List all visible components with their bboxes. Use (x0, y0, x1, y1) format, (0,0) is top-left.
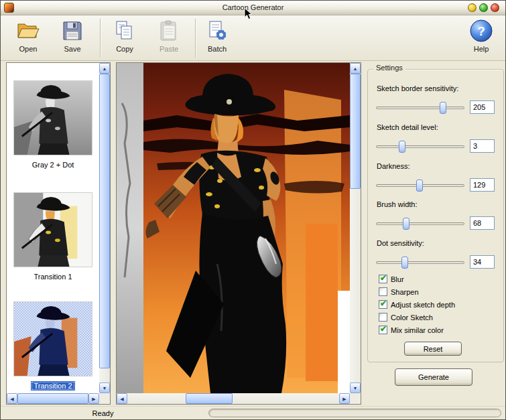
minimize-button[interactable] (468, 3, 477, 12)
dot-sensitivity-value[interactable]: 34 (470, 255, 495, 269)
checkbox-box[interactable] (379, 300, 387, 309)
brush-width-slider[interactable] (376, 218, 464, 230)
paste-button-label: Paste (160, 45, 178, 53)
batch-gear-icon (204, 18, 230, 44)
thumbnail-label[interactable]: Transition 2 (31, 381, 74, 391)
slider-track[interactable] (376, 261, 464, 264)
slider-thumb[interactable] (403, 218, 409, 230)
progress-bar (208, 409, 501, 417)
brush-width-label: Brush width: (377, 200, 418, 208)
gray-2-dot-preview[interactable] (13, 80, 92, 155)
paste-clipboard-icon (156, 18, 182, 44)
scrollbar-thumb[interactable] (350, 74, 361, 189)
batch-button-label: Batch (208, 45, 227, 53)
checkbox-label: Blur (391, 275, 404, 283)
scrollbar-thumb[interactable] (17, 393, 88, 404)
paste-button[interactable]: Paste (149, 18, 188, 58)
checkbox-box[interactable] (379, 275, 387, 283)
image-canvas (116, 62, 361, 405)
open-folder-icon (15, 18, 41, 44)
thumbnail-list-horizontal-scrollbar[interactable] (7, 393, 99, 404)
scroll-down-button[interactable] (99, 382, 110, 393)
thumbnail-list-vertical-scrollbar[interactable] (99, 63, 110, 393)
dot-sensitivity-slider[interactable] (376, 257, 464, 269)
slider-track[interactable] (376, 145, 464, 148)
toolbar-separator (100, 19, 101, 58)
scroll-left-button[interactable] (7, 393, 17, 404)
slider-track[interactable] (376, 222, 464, 225)
thumbnail-item-gray-2-dot[interactable]: Gray 2 + Dot (7, 80, 99, 169)
scroll-left-button[interactable] (117, 393, 127, 404)
adjust-sketch-depth-checkbox[interactable]: Adjust sketch depth (379, 299, 455, 309)
thumbnail-label[interactable]: Gray 2 + Dot (29, 160, 77, 169)
checkbox-box[interactable] (379, 287, 387, 296)
thumbnail-item-transition-1[interactable]: Transition 1 (7, 192, 99, 281)
slider-thumb[interactable] (440, 102, 446, 114)
checkbox-label: Adjust sketch depth (391, 301, 455, 309)
help-button[interactable]: ? Help (462, 18, 501, 58)
thumbnail-item-transition-2[interactable]: Transition 2 (7, 301, 99, 391)
canvas-vertical-scrollbar[interactable] (350, 63, 361, 393)
canvas-horizontal-scrollbar[interactable] (117, 393, 350, 404)
scroll-right-button[interactable] (339, 393, 350, 404)
sharpen-checkbox[interactable]: Sharpen (379, 287, 419, 297)
darkness-slider[interactable] (376, 180, 464, 192)
scroll-up-button[interactable] (99, 63, 110, 74)
titlebar[interactable]: Cartoon Generator (1, 1, 505, 15)
dot-sensitivity-label: Dot sensitivity: (377, 239, 424, 247)
app-window: Cartoon Generator Open (0, 0, 506, 420)
copy-pages-icon (112, 18, 137, 44)
darkness-label: Darkness: (377, 162, 410, 170)
transition-1-preview[interactable] (13, 192, 92, 267)
maximize-button[interactable] (479, 3, 488, 12)
scrollbar-thumb[interactable] (186, 393, 233, 404)
scroll-down-button[interactable] (350, 382, 361, 393)
open-button[interactable]: Open (9, 18, 48, 58)
batch-button[interactable]: Batch (198, 18, 237, 58)
window-controls (468, 3, 499, 12)
mix-similar-color-checkbox[interactable]: Mix similar color (379, 325, 444, 335)
copy-button[interactable]: Copy (105, 18, 144, 58)
sketch-detail-level-slider[interactable] (376, 141, 464, 153)
slider-track[interactable] (376, 107, 464, 109)
help-button-label: Help (474, 45, 489, 53)
sketch-border-sensitivity-value[interactable]: 205 (470, 100, 495, 114)
settings-panel: Settings Sketch border sensitivity: 205 … (365, 62, 506, 407)
generate-button[interactable]: Generate (395, 368, 472, 386)
toolbar-separator (195, 19, 196, 58)
checkbox-box[interactable] (379, 313, 387, 322)
close-button[interactable] (491, 3, 499, 12)
help-question-icon: ? (468, 18, 494, 44)
sketch-border-sensitivity-slider[interactable] (376, 102, 464, 114)
blur-checkbox[interactable]: Blur (379, 274, 404, 284)
slider-thumb[interactable] (416, 180, 423, 192)
save-button[interactable]: Save (53, 18, 92, 58)
checkbox-label: Color Sketch (391, 313, 433, 322)
sketch-detail-level-label: Sketch detail level: (377, 123, 438, 131)
slider-thumb[interactable] (401, 257, 408, 269)
copy-button-label: Copy (116, 45, 133, 53)
window-title: Cartoon Generator (1, 3, 505, 11)
sketch-detail-level-value[interactable]: 3 (470, 139, 495, 153)
save-button-label: Save (64, 45, 80, 53)
checkbox-label: Sharpen (391, 288, 419, 296)
darkness-value[interactable]: 129 (470, 178, 495, 192)
settings-groupbox-title: Settings (373, 64, 405, 72)
checkbox-box[interactable] (379, 326, 387, 334)
save-floppy-icon (60, 18, 85, 44)
color-sketch-checkbox[interactable]: Color Sketch (379, 312, 433, 322)
open-button-label: Open (19, 45, 38, 53)
cartoon-preview-image (117, 63, 350, 393)
scrollbar-corner (99, 393, 110, 404)
transition-2-preview[interactable] (13, 301, 92, 376)
brush-width-value[interactable]: 68 (470, 216, 495, 230)
slider-thumb[interactable] (399, 141, 405, 153)
scrollbar-thumb[interactable] (99, 74, 110, 368)
toolbar: Open Save (1, 15, 505, 61)
scroll-right-button[interactable] (88, 393, 99, 404)
thumbnail-label[interactable]: Transition 1 (31, 272, 74, 281)
reset-button[interactable]: Reset (404, 342, 462, 356)
status-text: Ready (1, 409, 205, 417)
scroll-up-button[interactable] (350, 63, 361, 74)
svg-text:?: ? (477, 24, 485, 38)
